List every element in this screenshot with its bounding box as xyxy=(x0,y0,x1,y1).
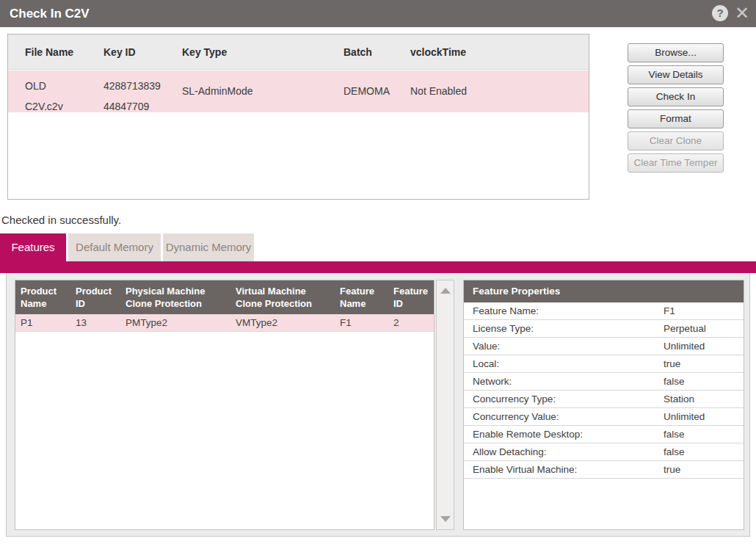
feature-properties-panel: Feature Properties Feature Name: F1 Lice… xyxy=(463,280,744,530)
clear-time-temper-button: Clear Time Temper xyxy=(628,153,724,173)
prop-value: false xyxy=(664,426,685,443)
c2v-file-table: File Name Key ID Key Type Batch vclockTi… xyxy=(7,34,589,200)
prop-label: Enable Remote Desktop: xyxy=(473,426,583,443)
prop-row-enable-remote-desktop: Enable Remote Desktop: false xyxy=(464,426,744,443)
cell-feature-name: F1 xyxy=(340,314,352,332)
scroll-down-icon[interactable] xyxy=(440,516,451,522)
browse-button[interactable]: Browse... xyxy=(628,43,724,62)
tab-features[interactable]: Features xyxy=(0,233,66,261)
col-physical-machine-clone: Physical Machine Clone Protection xyxy=(126,285,205,310)
prop-label: Concurrency Type: xyxy=(473,391,556,407)
prop-row-concurrency-value: Concurrency Value: Unlimited xyxy=(464,408,744,426)
check-in-button[interactable]: Check In xyxy=(628,87,724,106)
prop-value: true xyxy=(664,355,680,372)
col-virtual-machine-clone: Virtual Machine Clone Protection xyxy=(236,285,312,310)
col-key-type: Key Type xyxy=(182,35,227,70)
col-feature-name: Feature Name xyxy=(340,285,374,310)
prop-row-enable-virtual-machine: Enable Virtual Machine: true xyxy=(464,461,744,479)
prop-label: Concurrency Value: xyxy=(473,408,559,425)
col-vclocktime: vclockTime xyxy=(410,35,466,70)
prop-row-local: Local: true xyxy=(464,355,744,373)
prop-label: Network: xyxy=(473,373,512,390)
help-icon[interactable]: ? xyxy=(712,5,728,21)
feature-properties-title: Feature Properties xyxy=(464,280,744,302)
tab-default-memory[interactable]: Default Memory xyxy=(68,233,161,261)
prop-row-concurrency-type: Concurrency Type: Station xyxy=(464,391,744,408)
prop-label: Feature Name: xyxy=(473,302,539,319)
prop-value: false xyxy=(664,443,685,460)
prop-row-license-type: License Type: Perpetual xyxy=(464,320,744,338)
tab-dynamic-memory[interactable]: Dynamic Memory xyxy=(163,233,254,261)
col-key-id: Key ID xyxy=(103,35,136,70)
file-table-row[interactable]: OLD C2V.c2v 4288713839 44847709 SL-Admin… xyxy=(8,70,589,112)
cell-feature-id: 2 xyxy=(393,314,399,332)
clear-clone-button: Clear Clone xyxy=(628,131,724,150)
format-button[interactable]: Format xyxy=(628,109,724,128)
prop-value: false xyxy=(664,373,685,390)
cell-key-type: SL-AdminMode xyxy=(182,70,253,112)
col-batch: Batch xyxy=(344,35,372,70)
col-product-id: Product ID xyxy=(76,285,112,310)
status-message: Checked in successfully. xyxy=(1,214,121,226)
prop-label: License Type: xyxy=(473,320,534,337)
prop-label: Enable Virtual Machine: xyxy=(473,461,577,478)
features-tab-panel: Product Name Product ID Physical Machine… xyxy=(6,273,750,537)
prop-label: Local: xyxy=(473,355,499,372)
prop-row-feature-name: Feature Name: F1 xyxy=(464,302,744,320)
cell-product-name: P1 xyxy=(21,314,33,332)
file-table-header: File Name Key ID Key Type Batch vclockTi… xyxy=(8,35,589,70)
prop-value: true xyxy=(664,461,680,478)
scroll-up-icon[interactable] xyxy=(440,288,451,294)
cell-physical-machine-clone: PMType2 xyxy=(126,314,167,332)
prop-row-network: Network: false xyxy=(464,373,744,391)
prop-row-value: Value: Unlimited xyxy=(464,338,744,355)
prop-value: Unlimited xyxy=(664,338,705,355)
title-bar: Check In C2V ? ✕ xyxy=(0,0,756,27)
col-feature-id: Feature ID xyxy=(393,285,428,310)
cell-key-id: 4288713839 44847709 xyxy=(103,70,161,117)
prop-label: Value: xyxy=(473,338,500,355)
cell-product-id: 13 xyxy=(76,314,87,332)
col-file-name: File Name xyxy=(25,35,73,70)
cell-vclocktime: Not Enabled xyxy=(410,70,467,112)
col-product-name: Product Name xyxy=(21,285,57,310)
features-table-row[interactable]: P1 13 PMType2 VMType2 F1 2 xyxy=(15,314,434,332)
prop-value: Station xyxy=(664,391,694,407)
features-table-header: Product Name Product ID Physical Machine… xyxy=(15,280,434,314)
window-title: Check In C2V xyxy=(10,0,90,27)
prop-value: Perpetual xyxy=(664,320,706,337)
prop-label: Allow Detaching: xyxy=(473,443,547,460)
cell-virtual-machine-clone: VMType2 xyxy=(236,314,277,332)
cell-batch: DEMOMA xyxy=(344,70,390,112)
tab-accent-bar xyxy=(0,261,756,273)
features-table: Product Name Product ID Physical Machine… xyxy=(15,280,435,530)
view-details-button[interactable]: View Details xyxy=(628,65,724,84)
prop-row-allow-detaching: Allow Detaching: false xyxy=(464,443,744,461)
features-table-scrollbar[interactable] xyxy=(436,280,454,530)
prop-value: F1 xyxy=(664,302,675,319)
prop-value: Unlimited xyxy=(664,408,705,425)
cell-file-name: OLD C2V.c2v xyxy=(25,70,63,117)
close-icon[interactable]: ✕ xyxy=(733,4,752,23)
